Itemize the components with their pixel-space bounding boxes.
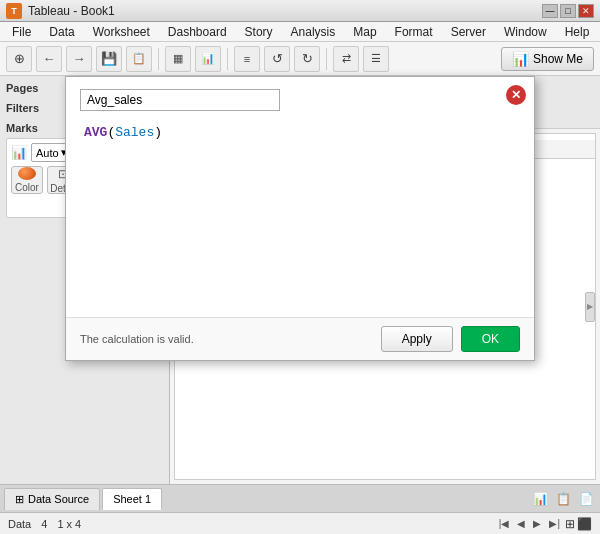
- nav-last-icon[interactable]: ▶|: [546, 517, 563, 530]
- toolbar-swap-icon[interactable]: ⇄: [333, 46, 359, 72]
- ok-button[interactable]: OK: [461, 326, 520, 352]
- menu-analysis[interactable]: Analysis: [283, 23, 344, 41]
- bottom-tabs: ⊞ Data Source Sheet 1 📊 📋 📄: [0, 484, 600, 512]
- dialog-footer: The calculation is valid. Apply OK: [66, 317, 534, 360]
- apply-button[interactable]: Apply: [381, 326, 453, 352]
- menu-server[interactable]: Server: [443, 23, 494, 41]
- close-button[interactable]: ✕: [578, 4, 594, 18]
- toolbar-back-icon[interactable]: ←: [36, 46, 62, 72]
- row-count: 4: [41, 518, 47, 530]
- toolbar-separator-2: [227, 48, 228, 70]
- app-icon: T: [6, 3, 22, 19]
- toolbar-filter-icon[interactable]: ≡: [234, 46, 260, 72]
- bar-chart-small-icon: 📊: [11, 145, 27, 160]
- menu-worksheet[interactable]: Worksheet: [85, 23, 158, 41]
- menu-window[interactable]: Window: [496, 23, 555, 41]
- toolbar-bars-icon[interactable]: ▦: [165, 46, 191, 72]
- formula-paren-close: ): [154, 125, 162, 140]
- marks-type-label: Auto: [36, 147, 59, 159]
- validation-message: The calculation is valid.: [80, 333, 194, 345]
- status-bar: Data 4 1 x 4 |◀ ◀ ▶ ▶| ⊞ ⬛: [0, 512, 600, 534]
- formula-field: Sales: [115, 125, 154, 140]
- show-me-label: Show Me: [533, 52, 583, 66]
- formula-area: AVG(Sales): [80, 121, 520, 144]
- new-worksheet-icon[interactable]: 📊: [531, 490, 550, 508]
- toolbar-refresh-icon[interactable]: ⊕: [6, 46, 32, 72]
- formula-keyword: AVG: [84, 125, 107, 140]
- toolbar-marks-icon[interactable]: ☰: [363, 46, 389, 72]
- toolbar-copy-icon[interactable]: 📋: [126, 46, 152, 72]
- nav-first-icon[interactable]: |◀: [496, 517, 513, 530]
- color-label: Color: [15, 182, 39, 193]
- grid-view-icon[interactable]: ⊞: [565, 517, 575, 531]
- title-bar-left: T Tableau - Book1: [6, 3, 115, 19]
- show-me-button[interactable]: 📊 Show Me: [501, 47, 594, 71]
- window-controls[interactable]: — □ ✕: [542, 4, 594, 18]
- menu-file[interactable]: File: [4, 23, 39, 41]
- toolbar-undo-icon[interactable]: ↺: [264, 46, 290, 72]
- toolbar-separator-3: [326, 48, 327, 70]
- toolbar-chart-icon[interactable]: 📊: [195, 46, 221, 72]
- dialog-content: ✕ AVG(Sales): [66, 77, 534, 317]
- datasource-label: Data Source: [28, 493, 89, 505]
- datasource-name: Data: [8, 518, 31, 530]
- toolbar-redo-icon[interactable]: ↻: [294, 46, 320, 72]
- show-me-chart-icon: 📊: [512, 51, 529, 67]
- color-button[interactable]: Color: [11, 166, 43, 194]
- maximize-button[interactable]: □: [560, 4, 576, 18]
- window-title: Tableau - Book1: [28, 4, 115, 18]
- sheet1-label: Sheet 1: [113, 493, 151, 505]
- minimize-button[interactable]: —: [542, 4, 558, 18]
- new-story-icon[interactable]: 📄: [577, 490, 596, 508]
- status-nav: |◀ ◀ ▶ ▶| ⊞ ⬛: [496, 517, 592, 531]
- tab-data-source[interactable]: ⊞ Data Source: [4, 488, 100, 510]
- toolbar-forward-icon[interactable]: →: [66, 46, 92, 72]
- dialog-close-button[interactable]: ✕: [506, 85, 526, 105]
- fit-icon[interactable]: ⬛: [577, 517, 592, 531]
- toolbar-save-icon[interactable]: 💾: [96, 46, 122, 72]
- new-dashboard-icon[interactable]: 📋: [554, 490, 573, 508]
- tab-action-icons: 📊 📋 📄: [531, 490, 596, 508]
- menu-story[interactable]: Story: [237, 23, 281, 41]
- footer-buttons: Apply OK: [381, 326, 520, 352]
- menu-format[interactable]: Format: [387, 23, 441, 41]
- datasource-icon: ⊞: [15, 493, 24, 506]
- nav-next-icon[interactable]: ▶: [530, 517, 544, 530]
- dimensions: 1 x 4: [57, 518, 81, 530]
- menu-dashboard[interactable]: Dashboard: [160, 23, 235, 41]
- menu-help[interactable]: Help: [557, 23, 598, 41]
- calculation-name-input[interactable]: [80, 89, 280, 111]
- resize-handle[interactable]: ▶: [585, 292, 595, 322]
- toolbar: ⊕ ← → 💾 📋 ▦ 📊 ≡ ↺ ↻ ⇄ ☰ 📊 Show Me: [0, 42, 600, 76]
- menu-map[interactable]: Map: [345, 23, 384, 41]
- toolbar-separator-1: [158, 48, 159, 70]
- tab-sheet1[interactable]: Sheet 1: [102, 488, 162, 510]
- menu-bar: File Data Worksheet Dashboard Story Anal…: [0, 22, 600, 42]
- nav-prev-icon[interactable]: ◀: [514, 517, 528, 530]
- calculation-dialog: ✕ AVG(Sales) The calculation is valid. A…: [65, 76, 535, 361]
- menu-data[interactable]: Data: [41, 23, 82, 41]
- title-bar: T Tableau - Book1 — □ ✕: [0, 0, 600, 22]
- color-swatch: [18, 167, 36, 180]
